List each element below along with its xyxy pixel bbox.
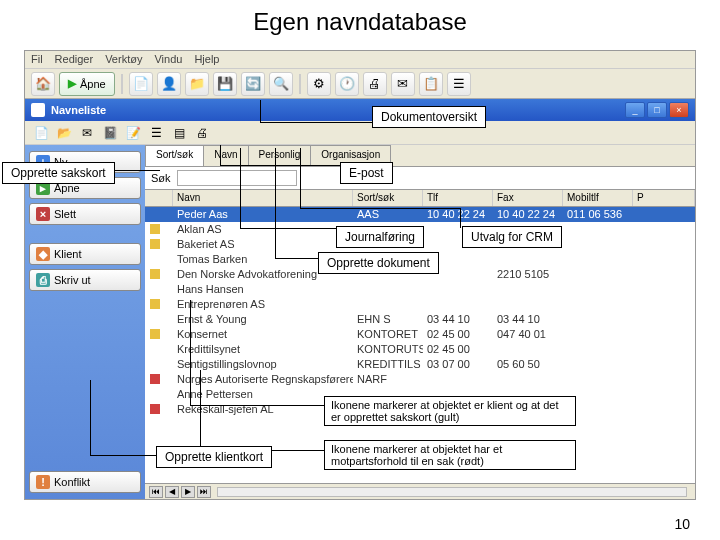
main-toolbar: 🏠 ▶Åpne 📄 👤 📁 💾 🔄 🔍 ⚙ 🕐 🖨 ✉ 📋 ☰ [25,69,695,99]
table-row[interactable]: Entreprenøren AS [145,297,695,312]
scroll-next[interactable]: ▶ [181,486,195,498]
scroll-prev[interactable]: ◀ [165,486,179,498]
open2-icon[interactable]: 📂 [54,123,74,143]
sidebar-item-label: Klient [54,248,82,260]
callout-journal: Journalføring [336,226,424,248]
col-navn[interactable]: Navn [173,190,353,206]
menu-vindu[interactable]: Vindu [154,53,182,66]
sidebar-item-label: Konflikt [54,476,90,488]
menu-rediger[interactable]: Rediger [55,53,94,66]
callout-create-client: Opprette klientkort [156,446,272,468]
table-row[interactable]: SentigstillingslovnopKREDITTILS03 07 000… [145,357,695,372]
table-row[interactable]: Norges Autoriserte Regnskapsføreres Fore… [145,372,695,387]
open-button[interactable]: ▶Åpne [59,72,115,96]
sub-toolbar: 📄 📂 ✉ 📓 📝 ☰ ▤ 🖨 [25,121,695,145]
folder-icon[interactable]: 📁 [185,72,209,96]
table-row[interactable]: KredittilsynetKONTORUTS02 45 00 [145,342,695,357]
col-icon[interactable] [145,190,173,206]
close-button[interactable]: × [669,102,689,118]
menu-verktoy[interactable]: Verktøy [105,53,142,66]
list-icon[interactable]: ☰ [447,72,471,96]
clock-icon[interactable]: 🕐 [335,72,359,96]
print2-icon[interactable]: 🖨 [192,123,212,143]
mail-icon[interactable]: ✉ [391,72,415,96]
separator [299,74,301,94]
window-icon [31,103,45,117]
tab-sortsok[interactable]: Sort/søk [145,145,204,166]
journal-icon[interactable]: 📓 [100,123,120,143]
play-icon: ▶ [68,77,76,90]
col-fax[interactable]: Fax [493,190,563,206]
callout-crm: Utvalg for CRM [462,226,562,248]
slide-title: Egen navndatabase [0,0,720,40]
search-icon[interactable]: 🔍 [269,72,293,96]
sidebar: +Ny ▸Åpne ×Slett ◆Klient ⎙Skriv ut !Konf… [25,145,145,499]
col-sort[interactable]: Sort/søk [353,190,423,206]
open-label: Åpne [80,78,106,90]
window-titlebar: Navneliste _ □ × [25,99,695,121]
search-input[interactable] [177,170,297,186]
callout-create-doc: Opprette dokument [318,252,439,274]
search-label: Søk [151,172,171,184]
callout-conflict-note: Ikonene markerer at objektet har et motp… [324,440,576,470]
delete-icon: × [36,207,50,221]
window-title: Navneliste [51,104,106,116]
menu-fil[interactable]: Fil [31,53,43,66]
tab-navn[interactable]: Navn [203,145,248,166]
tab-bar: Sort/søk Navn Personlig Organisasjon [145,145,695,167]
col-tlf[interactable]: Tlf [423,190,493,206]
callout-client-note: Ikonene markerer at objektet er klient o… [324,396,576,426]
sidebar-item-label: Skriv ut [54,274,91,286]
table-row[interactable]: Ernst & YoungEHN S03 44 1003 44 10 [145,312,695,327]
col-p[interactable]: P [633,190,695,206]
table-row[interactable]: Hans Hansen [145,282,695,297]
refresh-icon[interactable]: 🔄 [241,72,265,96]
print-icon[interactable]: 🖨 [363,72,387,96]
menubar: Fil Rediger Verktøy Vindu Hjelp [25,51,695,69]
sidebar-item-label: Slett [54,208,76,220]
minimize-button[interactable]: _ [625,102,645,118]
table-row[interactable]: Peder AasAAS10 40 22 2410 40 22 24011 06… [145,207,695,222]
sidebar-slett[interactable]: ×Slett [29,203,141,225]
callout-email: E-post [340,162,393,184]
list2-icon[interactable]: ☰ [146,123,166,143]
doc-icon[interactable]: 📄 [129,72,153,96]
client-icon: ◆ [36,247,50,261]
home-icon[interactable]: 🏠 [31,72,55,96]
menu-hjelp[interactable]: Hjelp [194,53,219,66]
page-number: 10 [674,516,690,532]
separator [121,74,123,94]
sidebar-klient[interactable]: ◆Klient [29,243,141,265]
search-row: Søk [145,167,695,189]
save-icon[interactable]: 💾 [213,72,237,96]
person-icon[interactable]: 👤 [157,72,181,96]
tab-personlig[interactable]: Personlig [248,145,312,166]
grid-header: Navn Sort/søk Tlf Fax Mobiltlf P [145,189,695,207]
sidebar-skrivut[interactable]: ⎙Skriv ut [29,269,141,291]
doc2-icon[interactable]: 📝 [123,123,143,143]
tool-icon[interactable]: ⚙ [307,72,331,96]
col-mobil[interactable]: Mobiltlf [563,190,633,206]
table-row[interactable]: KonsernetKONTORET02 45 00047 40 01 [145,327,695,342]
callout-create-case: Opprette sakskort [2,162,115,184]
conflict-icon: ! [36,475,50,489]
filter-icon[interactable]: ▤ [169,123,189,143]
print-icon: ⎙ [36,273,50,287]
scroll-first[interactable]: ⏮ [149,486,163,498]
app-window: Fil Rediger Verktøy Vindu Hjelp 🏠 ▶Åpne … [24,50,696,500]
new-icon[interactable]: 📄 [31,123,51,143]
mail2-icon[interactable]: ✉ [77,123,97,143]
sidebar-konflikt[interactable]: !Konflikt [29,471,141,493]
maximize-button[interactable]: □ [647,102,667,118]
scroll-last[interactable]: ⏭ [197,486,211,498]
copy-icon[interactable]: 📋 [419,72,443,96]
scrollbar[interactable]: ⏮ ◀ ▶ ⏭ [145,483,695,499]
callout-doc-overview: Dokumentoversikt [372,106,486,128]
